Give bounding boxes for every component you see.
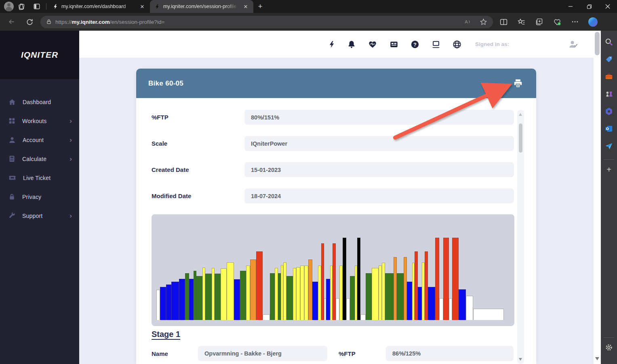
scroll-down-icon[interactable] [595, 357, 599, 360]
sidebar-menu: Dashboard Workouts › Account › Calculate… [0, 79, 79, 225]
screenshot-root: my.iqniter.com/en/dashboard ✕ my.iqniter… [0, 0, 617, 364]
sidebar-item-label: Live Ticket [23, 175, 51, 181]
user-check-icon[interactable] [568, 40, 579, 49]
chevron-right-icon: › [69, 117, 72, 125]
stage-ftp-input[interactable]: 86%/125% [386, 346, 514, 361]
more-options-icon[interactable] [571, 18, 579, 26]
globe-icon[interactable] [453, 40, 461, 49]
chart-bar [263, 314, 270, 320]
split-screen-icon[interactable] [499, 18, 508, 26]
field-label: Scale [152, 136, 167, 151]
chart-bar [360, 314, 366, 320]
chart-bar [286, 276, 293, 320]
collections-icon[interactable] [535, 18, 543, 26]
favorite-star-icon[interactable] [480, 18, 487, 26]
help-icon[interactable]: ? [411, 40, 419, 49]
scale-input[interactable]: IQniterPower [244, 136, 514, 151]
back-icon[interactable] [6, 16, 18, 28]
news-icon[interactable] [389, 40, 399, 49]
tab-close-icon[interactable]: ✕ [139, 3, 146, 10]
heart-pulse-icon[interactable] [368, 40, 377, 49]
sidebar-item-dashboard[interactable]: Dashboard [0, 92, 79, 111]
tools-icon[interactable] [604, 72, 614, 82]
ftp-input[interactable]: 80%/151% [244, 110, 514, 125]
add-sidebar-app-button[interactable]: + [604, 165, 614, 174]
card-scrollbar[interactable] [517, 110, 524, 364]
microsoft-365-icon[interactable] [604, 107, 614, 116]
close-button[interactable] [598, 0, 617, 13]
tab-dashboard[interactable]: my.iqniter.com/en/dashboard ✕ [48, 0, 150, 13]
header-icons: ? [328, 40, 461, 49]
sidebar-item-calculate[interactable]: Calculate › [0, 149, 79, 168]
stage-ftp-label: %FTP [339, 346, 356, 361]
sidebar-item-support[interactable]: Support › [0, 206, 79, 225]
settings-gear-icon[interactable] [604, 343, 614, 352]
favorites-icon[interactable] [517, 18, 526, 26]
modified-date-input[interactable]: 18-07-2024 [244, 188, 514, 203]
laptop-icon[interactable] [431, 40, 441, 49]
read-aloud-icon[interactable]: A [463, 18, 472, 25]
scroll-down-icon[interactable] [519, 358, 522, 361]
stage-row: Name Opvarmning - Bakke - Bjerg %FTP 86%… [136, 346, 536, 361]
url-text[interactable]: https://my.iqniter.com/en/session-profil… [55, 19, 460, 25]
card-body: %FTP 80%/151% Scale IQniterPower Created… [136, 98, 536, 364]
chart-bar [246, 266, 250, 320]
lock-icon[interactable] [46, 19, 52, 25]
chart-bar [425, 251, 428, 320]
tab-session-profile[interactable]: my.iqniter.com/en/session-profile ✕ [150, 0, 253, 13]
browser-essentials-icon[interactable] [553, 18, 562, 26]
logo-band: IQNITER [0, 31, 79, 79]
field-row-created-date: Created Date 15-01-2023 [152, 162, 514, 177]
sidebar-item-live-ticket[interactable]: Live Ticket [0, 168, 79, 187]
chart-bar [234, 279, 240, 320]
new-tab-button[interactable]: + [253, 1, 267, 12]
games-icon[interactable] [604, 89, 614, 99]
page-scrollbar[interactable] [594, 31, 601, 364]
chart-bar [275, 268, 278, 320]
scrollbar-thumb[interactable] [519, 123, 522, 153]
chart-bar [443, 238, 449, 320]
tab-label: my.iqniter.com/en/dashboard [61, 4, 135, 9]
stage-name-input[interactable]: Opvarmning - Bakke - Bjerg [198, 346, 327, 361]
vertical-tabs-icon[interactable] [29, 1, 44, 12]
address-bar[interactable]: https://my.iqniter.com/en/session-profil… [40, 16, 493, 28]
copilot-icon[interactable] [588, 17, 598, 27]
scrollbar-thumb[interactable] [595, 32, 600, 55]
card-title: Bike 60-05 [148, 79, 183, 88]
user-icon [8, 136, 16, 144]
chart-bar [160, 287, 166, 320]
drop-icon[interactable] [604, 141, 614, 151]
shopping-icon[interactable] [604, 54, 614, 64]
chart-bar [270, 273, 275, 320]
browser-profile-avatar[interactable] [4, 2, 14, 11]
chart-bar [385, 273, 394, 320]
chart-bar [350, 276, 355, 320]
tab-close-icon[interactable]: ✕ [242, 3, 249, 10]
refresh-icon[interactable] [23, 16, 36, 28]
chart-bar [466, 296, 473, 320]
search-icon[interactable] [604, 37, 614, 47]
created-date-input[interactable]: 15-01-2023 [244, 162, 514, 177]
sidebar-item-workouts[interactable]: Workouts › [0, 111, 79, 130]
chart-bar [278, 273, 281, 320]
chart-bar [300, 266, 304, 320]
sidebar-item-label: Workouts [22, 118, 46, 124]
sidebar-item-account[interactable]: Account › [0, 130, 79, 149]
workspaces-icon[interactable] [14, 1, 29, 12]
minimize-button[interactable] [561, 0, 580, 13]
sidebar-item-label: Privacy [22, 194, 41, 200]
chart-bar [394, 257, 397, 320]
bell-icon[interactable] [347, 40, 356, 49]
flash-icon[interactable] [328, 40, 335, 49]
chart-bar [256, 251, 263, 320]
stage-heading: Stage 1 [152, 330, 180, 339]
chart-bar [171, 282, 179, 320]
outlook-icon[interactable] [604, 124, 614, 134]
scroll-up-icon[interactable] [519, 113, 522, 116]
print-button[interactable] [512, 77, 524, 90]
chart-bar [372, 268, 379, 320]
restore-button[interactable] [580, 0, 598, 13]
field-row-scale: Scale IQniterPower [152, 136, 514, 151]
edge-sidebar: + [601, 31, 617, 364]
sidebar-item-privacy[interactable]: Privacy [0, 187, 79, 206]
